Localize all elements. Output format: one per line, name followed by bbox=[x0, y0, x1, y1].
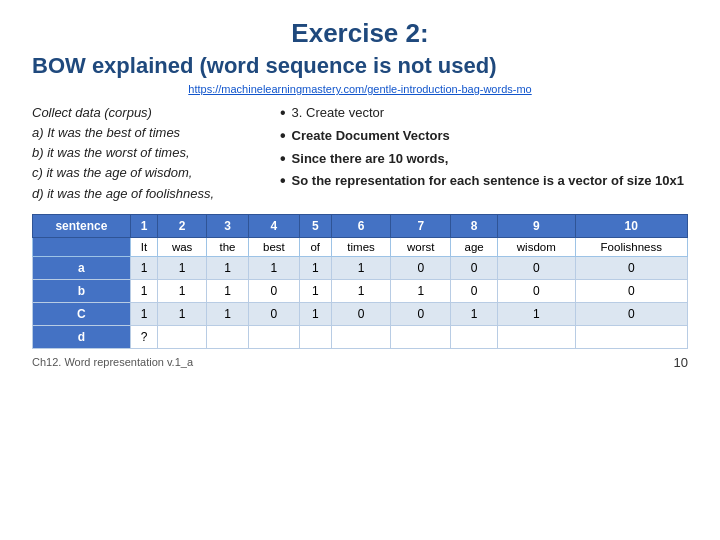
cell-1-6: 1 bbox=[391, 279, 451, 302]
content-area: Collect data (corpus) a) It was the best… bbox=[32, 103, 688, 204]
bullet-dot-2: • bbox=[280, 149, 286, 170]
table-row: d? bbox=[33, 325, 688, 348]
cell-3-4 bbox=[299, 325, 331, 348]
col-2: 2 bbox=[158, 214, 207, 237]
col-4: 4 bbox=[248, 214, 299, 237]
bullet-text-3: So the representation for each sentence … bbox=[292, 171, 684, 191]
cell-1-4: 1 bbox=[299, 279, 331, 302]
col-3: 3 bbox=[207, 214, 249, 237]
cell-2-6: 0 bbox=[391, 302, 451, 325]
table-row: b1110111000 bbox=[33, 279, 688, 302]
corpus-line-0: Collect data (corpus) bbox=[32, 103, 272, 123]
cell-1-8: 0 bbox=[498, 279, 576, 302]
cell-2-2: 1 bbox=[207, 302, 249, 325]
cell-3-5 bbox=[331, 325, 391, 348]
bullet-dot-1: • bbox=[280, 126, 286, 147]
cell-0-9: 0 bbox=[575, 256, 687, 279]
cell-2-8: 1 bbox=[498, 302, 576, 325]
table-row: C1110100110 bbox=[33, 302, 688, 325]
footer: Ch12. Word representation v.1_a 10 bbox=[32, 355, 688, 370]
cell-3-3 bbox=[248, 325, 299, 348]
cell-1-2: 1 bbox=[207, 279, 249, 302]
col-9: 9 bbox=[498, 214, 576, 237]
word-foolishness: Foolishness bbox=[575, 237, 687, 256]
bullet-dot-0: • bbox=[280, 103, 286, 124]
cell-3-0: ? bbox=[130, 325, 157, 348]
bullets-area: • 3. Create vector • Create Document Vec… bbox=[280, 103, 688, 204]
cell-0-4: 1 bbox=[299, 256, 331, 279]
cell-2-4: 1 bbox=[299, 302, 331, 325]
bullet-text-0: 3. Create vector bbox=[292, 103, 385, 123]
cell-0-6: 0 bbox=[391, 256, 451, 279]
col-6: 6 bbox=[331, 214, 391, 237]
words-label bbox=[33, 237, 131, 256]
cell-3-1 bbox=[158, 325, 207, 348]
cell-3-6 bbox=[391, 325, 451, 348]
cell-0-3: 1 bbox=[248, 256, 299, 279]
bullet-1: • Create Document Vectors bbox=[280, 126, 688, 147]
col-7: 7 bbox=[391, 214, 451, 237]
table-row: a1111110000 bbox=[33, 256, 688, 279]
cell-0-0: 1 bbox=[130, 256, 157, 279]
page-title: Exercise 2: bbox=[32, 18, 688, 49]
word-the: the bbox=[207, 237, 249, 256]
bullet-text-2: Since there are 10 words, bbox=[292, 149, 449, 169]
word-best: best bbox=[248, 237, 299, 256]
cell-0-7: 0 bbox=[451, 256, 498, 279]
cell-3-8 bbox=[498, 325, 576, 348]
page: Exercise 2: BOW explained (word sequence… bbox=[0, 0, 720, 540]
cell-3-7 bbox=[451, 325, 498, 348]
cell-2-1: 1 bbox=[158, 302, 207, 325]
bullet-0: • 3. Create vector bbox=[280, 103, 688, 124]
row-label: b bbox=[33, 279, 131, 302]
bullet-3: • So the representation for each sentenc… bbox=[280, 171, 688, 192]
col-8: 8 bbox=[451, 214, 498, 237]
cell-1-9: 0 bbox=[575, 279, 687, 302]
row-label: d bbox=[33, 325, 131, 348]
cell-0-2: 1 bbox=[207, 256, 249, 279]
word-was: was bbox=[158, 237, 207, 256]
reference-link[interactable]: https://machinelearningmastery.com/gentl… bbox=[32, 83, 688, 95]
cell-2-3: 0 bbox=[248, 302, 299, 325]
col-1: 1 bbox=[130, 214, 157, 237]
cell-1-0: 1 bbox=[130, 279, 157, 302]
table-header-row: sentence 1 2 3 4 5 6 7 8 9 10 bbox=[33, 214, 688, 237]
bullet-text-1: Create Document Vectors bbox=[292, 126, 450, 146]
cell-2-5: 0 bbox=[331, 302, 391, 325]
cell-3-9 bbox=[575, 325, 687, 348]
page-subtitle: BOW explained (word sequence is not used… bbox=[32, 53, 688, 79]
footer-citation: Ch12. Word representation v.1_a bbox=[32, 356, 193, 368]
cell-1-7: 0 bbox=[451, 279, 498, 302]
words-row: It was the best of times worst age wisdo… bbox=[33, 237, 688, 256]
word-age: age bbox=[451, 237, 498, 256]
word-worst: worst bbox=[391, 237, 451, 256]
word-wisdom: wisdom bbox=[498, 237, 576, 256]
word-times: times bbox=[331, 237, 391, 256]
corpus-line-3: c) it was the age of wisdom, bbox=[32, 163, 272, 183]
col-sentence: sentence bbox=[33, 214, 131, 237]
cell-2-0: 1 bbox=[130, 302, 157, 325]
col-10: 10 bbox=[575, 214, 687, 237]
corpus-line-2: b) it was the worst of times, bbox=[32, 143, 272, 163]
corpus-line-4: d) it was the age of foolishness, bbox=[32, 184, 272, 204]
cell-0-8: 0 bbox=[498, 256, 576, 279]
col-5: 5 bbox=[299, 214, 331, 237]
corpus-text: Collect data (corpus) a) It was the best… bbox=[32, 103, 272, 204]
row-label: a bbox=[33, 256, 131, 279]
cell-3-2 bbox=[207, 325, 249, 348]
word-of: of bbox=[299, 237, 331, 256]
footer-page-number: 10 bbox=[674, 355, 688, 370]
cell-2-9: 0 bbox=[575, 302, 687, 325]
row-label: C bbox=[33, 302, 131, 325]
cell-0-1: 1 bbox=[158, 256, 207, 279]
corpus-line-1: a) It was the best of times bbox=[32, 123, 272, 143]
cell-2-7: 1 bbox=[451, 302, 498, 325]
bullet-2: • Since there are 10 words, bbox=[280, 149, 688, 170]
cell-1-3: 0 bbox=[248, 279, 299, 302]
cell-1-5: 1 bbox=[331, 279, 391, 302]
cell-0-5: 1 bbox=[331, 256, 391, 279]
bow-table: sentence 1 2 3 4 5 6 7 8 9 10 It was the… bbox=[32, 214, 688, 349]
cell-1-1: 1 bbox=[158, 279, 207, 302]
word-it: It bbox=[130, 237, 157, 256]
bullet-dot-3: • bbox=[280, 171, 286, 192]
